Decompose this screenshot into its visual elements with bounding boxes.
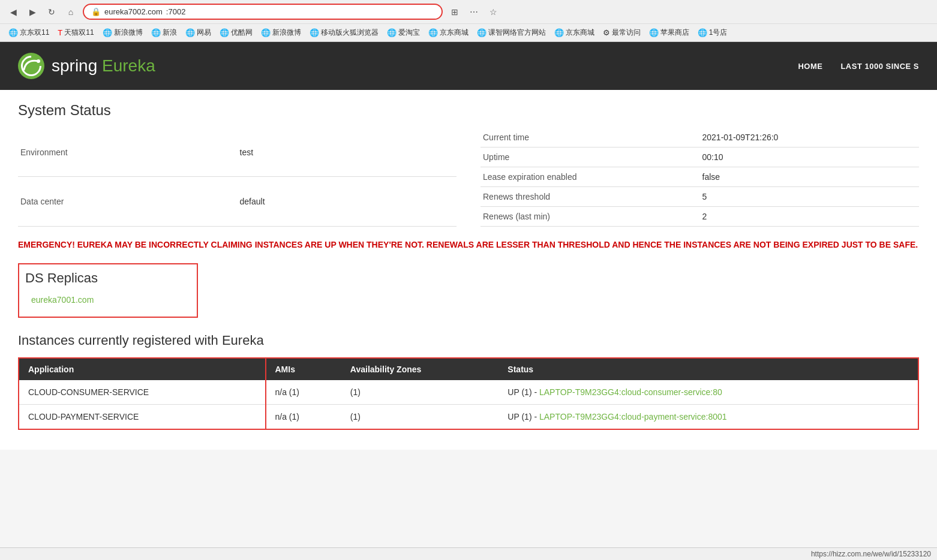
datacenter-label: Data center xyxy=(18,177,238,227)
spring-logo-icon xyxy=(18,53,44,79)
bookmark-weibo[interactable]: 🌐 新浪微博 xyxy=(100,26,145,39)
bookmark-jingdong11[interactable]: 🌐 京东双11 xyxy=(6,26,52,39)
star-button[interactable]: ☆ xyxy=(486,5,500,19)
globe-icon: 🌐 xyxy=(151,28,161,37)
env-label: Environment xyxy=(18,128,238,177)
bookmark-weibo2[interactable]: 🌐 新浪微博 xyxy=(259,26,304,39)
instances-title: Instances currently registered with Eure… xyxy=(18,333,919,348)
globe-icon: 🌐 xyxy=(103,28,112,37)
uptime-value: 00:10 xyxy=(700,147,920,167)
bookmark-label: 天猫双11 xyxy=(64,28,94,38)
grid-button[interactable]: ⊞ xyxy=(448,5,462,19)
bookmark-kezhi[interactable]: 🌐 课智网络官方网站 xyxy=(474,26,548,39)
browser-chrome: ◀ ▶ ↻ ⌂ 🔒 eureka7002.com:7002 ⊞ ⋯ ☆ 🌐 京东… xyxy=(0,0,937,42)
menu-button[interactable]: ⋯ xyxy=(467,5,481,19)
instance-link-payment[interactable]: LAPTOP-T9M23GG4:cloud-payment-service:80… xyxy=(539,412,727,421)
bookmark-label: 京东商城 xyxy=(566,28,594,38)
address-text: eureka7002.com xyxy=(104,7,163,16)
table-row: Renews (last min) 2 xyxy=(480,207,919,227)
renews-lastmin-label: Renews (last min) xyxy=(480,207,700,227)
renews-threshold-label: Renews threshold xyxy=(480,187,700,207)
zones-payment: (1) xyxy=(341,405,499,429)
bookmark-label: 课智网络官方网站 xyxy=(488,28,546,38)
table-row: Environment test xyxy=(18,128,457,177)
nav-home[interactable]: HOME xyxy=(798,62,822,71)
bookmark-label: 苹果商店 xyxy=(660,28,689,38)
bookmark-jd[interactable]: 🌐 京东商城 xyxy=(426,26,471,39)
amis-consumer: n/a (1) xyxy=(266,380,341,405)
instance-link-consumer[interactable]: LAPTOP-T9M23GG4:cloud-consumer-service:8… xyxy=(539,387,722,397)
site-header: spring Eureka HOME LAST 1000 SINCE S xyxy=(0,42,937,90)
logo-area: spring Eureka xyxy=(18,53,155,79)
renews-lastmin-value: 2 xyxy=(700,207,920,227)
port-text: :7002 xyxy=(166,7,186,16)
globe-icon: 🌐 xyxy=(477,28,486,37)
globe-icon: 🌐 xyxy=(220,28,229,37)
app-name-consumer: CLOUD-CONSUMER-SERVICE xyxy=(19,380,266,405)
table-row: Renews threshold 5 xyxy=(480,187,919,207)
bookmark-label: 新浪微博 xyxy=(114,28,143,38)
instances-table-wrapper: Application AMIs Availability Zones Stat… xyxy=(18,357,919,430)
table-row: CLOUD-CONSUMER-SERVICE n/a (1) (1) UP (1… xyxy=(19,380,918,405)
security-icon: 🔒 xyxy=(91,7,101,16)
bookmarks-bar: 🌐 京东双11 T 天猫双11 🌐 新浪微博 🌐 新浪 🌐 网易 🌐 优酷网 🌐… xyxy=(0,23,937,41)
lease-exp-label: Lease expiration enabled xyxy=(480,167,700,187)
tmall-icon: T xyxy=(58,28,62,37)
lease-exp-value: false xyxy=(700,167,920,187)
home-button[interactable]: ⌂ xyxy=(64,5,78,19)
globe-icon: 🌐 xyxy=(698,28,707,37)
nav-last-1000[interactable]: LAST 1000 SINCE S xyxy=(840,62,919,71)
amis-payment: n/a (1) xyxy=(266,405,341,429)
refresh-button[interactable]: ↻ xyxy=(44,5,59,19)
system-status-title: System Status xyxy=(18,102,919,119)
globe-icon: 🌐 xyxy=(185,28,195,37)
status-payment: UP (1) - LAPTOP-T9M23GG4:cloud-payment-s… xyxy=(498,405,918,429)
bookmark-label: 京东双11 xyxy=(20,28,49,38)
status-up-text: UP (1) - xyxy=(507,387,539,397)
bookmark-sina[interactable]: 🌐 新浪 xyxy=(149,26,179,39)
app-name-payment: CLOUD-PAYMENT-SERVICE xyxy=(19,405,266,429)
logo-text: spring Eureka xyxy=(52,56,155,76)
bookmark-firefox[interactable]: 🌐 移动版火狐浏览器 xyxy=(307,26,381,39)
address-bar[interactable]: 🔒 eureka7002.com:7002 xyxy=(83,4,443,20)
bookmark-label: 最常访问 xyxy=(612,28,641,38)
bookmark-label: 京东商城 xyxy=(440,28,468,38)
ds-replicas-box: DS Replicas eureka7001.com xyxy=(18,263,198,318)
current-time-label: Current time xyxy=(480,128,700,147)
ds-replica-link[interactable]: eureka7001.com xyxy=(25,295,94,305)
bookmark-taobao[interactable]: 🌐 爱淘宝 xyxy=(385,26,422,39)
bookmark-label: 移动版火狐浏览器 xyxy=(321,28,379,38)
bookmark-youku[interactable]: 🌐 优酷网 xyxy=(217,26,255,39)
table-row: Lease expiration enabled false xyxy=(480,167,919,187)
forward-button[interactable]: ▶ xyxy=(25,5,40,19)
instances-table: Application AMIs Availability Zones Stat… xyxy=(19,359,918,429)
bookmark-wangyi[interactable]: 🌐 网易 xyxy=(183,26,214,39)
svg-point-0 xyxy=(19,53,44,79)
table-row: Uptime 00:10 xyxy=(480,147,919,167)
current-time-value: 2021-01-09T21:26:0 xyxy=(700,128,920,147)
col-application: Application xyxy=(19,359,266,380)
col-availability-zones: Availability Zones xyxy=(341,359,499,380)
bookmark-label: 爱淘宝 xyxy=(398,28,420,38)
bookmark-frequent[interactable]: ⚙ 最常访问 xyxy=(600,26,643,39)
back-button[interactable]: ◀ xyxy=(6,5,20,19)
bookmark-label: 新浪微博 xyxy=(272,28,301,38)
env-value: test xyxy=(238,128,457,177)
bookmark-tmall11[interactable]: T 天猫双11 xyxy=(55,26,96,39)
site-nav: HOME LAST 1000 SINCE S xyxy=(798,62,919,71)
globe-icon: 🌐 xyxy=(261,28,271,37)
bookmark-apple[interactable]: 🌐 苹果商店 xyxy=(647,26,692,39)
gear-icon: ⚙ xyxy=(603,28,610,37)
bookmark-1hao[interactable]: 🌐 1号店 xyxy=(695,26,730,39)
table-row: Data center default xyxy=(18,177,457,227)
globe-icon: 🌐 xyxy=(428,28,438,37)
table-row: CLOUD-PAYMENT-SERVICE n/a (1) (1) UP (1)… xyxy=(19,405,918,429)
status-grid: Environment test Data center default Cur… xyxy=(18,128,919,227)
svg-point-1 xyxy=(37,59,40,63)
browser-toolbar: ◀ ▶ ↻ ⌂ 🔒 eureka7002.com:7002 ⊞ ⋯ ☆ xyxy=(0,0,937,23)
status-right-table: Current time 2021-01-09T21:26:0 Uptime 0… xyxy=(480,128,919,227)
bookmark-jd2[interactable]: 🌐 京东商城 xyxy=(552,26,597,39)
status-consumer: UP (1) - LAPTOP-T9M23GG4:cloud-consumer-… xyxy=(498,380,918,405)
globe-icon: 🌐 xyxy=(554,28,564,37)
emergency-message: EMERGENCY! EUREKA MAY BE INCORRECTLY CLA… xyxy=(18,239,919,251)
